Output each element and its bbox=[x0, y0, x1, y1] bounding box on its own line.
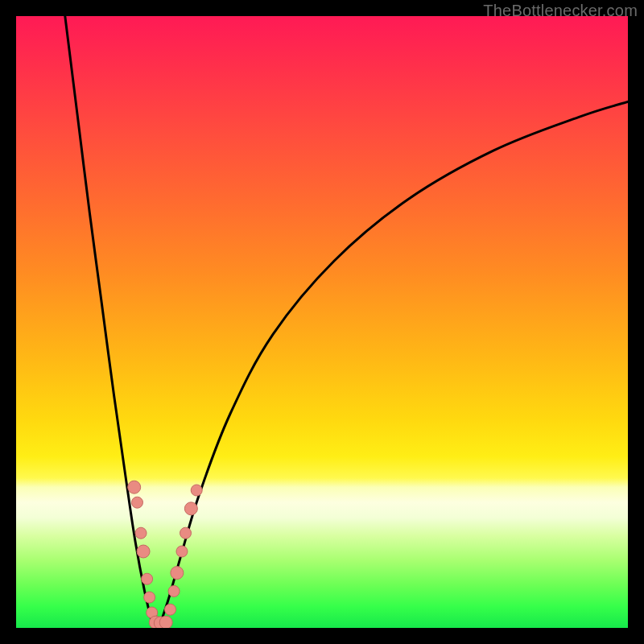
plot-area bbox=[16, 16, 628, 628]
curve-layer bbox=[16, 16, 628, 628]
data-marker bbox=[171, 567, 184, 580]
data-marker bbox=[142, 573, 153, 584]
data-marker bbox=[184, 502, 197, 515]
curves-group bbox=[65, 16, 628, 625]
data-marker bbox=[144, 592, 155, 603]
data-marker bbox=[128, 481, 141, 493]
data-marker bbox=[131, 497, 142, 508]
data-marker bbox=[159, 616, 172, 628]
watermark-text: TheBottlenecker.com bbox=[483, 2, 638, 20]
curve-right-branch bbox=[160, 101, 628, 625]
data-marker bbox=[137, 545, 150, 558]
markers-group bbox=[128, 481, 203, 628]
data-marker bbox=[191, 485, 202, 496]
data-marker bbox=[176, 546, 188, 557]
chart-frame: TheBottlenecker.com bbox=[0, 0, 644, 644]
data-marker bbox=[165, 604, 176, 615]
data-marker bbox=[168, 585, 180, 597]
data-marker bbox=[180, 527, 192, 539]
data-marker bbox=[135, 527, 147, 539]
